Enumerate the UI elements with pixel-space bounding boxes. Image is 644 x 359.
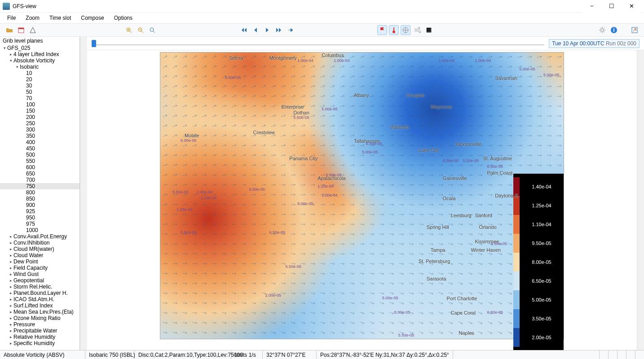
tree-item[interactable]: Mean Sea Lev.Pres.(Eta) [0,309,79,315]
tree-item[interactable]: 20 [0,76,79,83]
first-icon[interactable] [239,25,249,35]
wind-icon[interactable] [412,25,422,35]
minimize-button[interactable]: − [582,0,602,13]
tree-item[interactable]: Absolute Vorticity [0,57,79,64]
tree-item[interactable]: 400 [0,139,79,145]
maximize-button[interactable]: ☐ [602,0,622,13]
calendar-icon[interactable] [16,25,26,35]
sidebar-scrollbar[interactable] [80,37,87,350]
tree-item-label: 700 [26,177,35,183]
forward-icon[interactable] [286,25,296,35]
tree-item[interactable]: Isobaric [0,64,79,70]
pick-icon[interactable] [28,25,38,35]
tree-item[interactable]: Relative Humidity [0,334,79,340]
tree[interactable]: GFS_0254 layer Lifted IndexAbsolute Vort… [0,45,79,350]
settings-icon[interactable] [597,25,607,35]
tree-item[interactable]: 70 [0,95,79,101]
time-slider[interactable] [92,43,544,47]
tree-item[interactable]: Geopotential [0,277,79,284]
info-icon[interactable]: i [609,25,619,35]
tree-item[interactable]: 10 [0,70,79,76]
tree-item[interactable]: Field Capacity [0,265,79,271]
tree-item-label: 900 [26,202,35,208]
open-file-icon[interactable] [4,25,14,35]
tree-item[interactable]: 550 [0,158,79,164]
zoom-fit-icon[interactable] [147,25,157,35]
chevron-right-icon [8,309,13,315]
status-btn-3[interactable] [617,350,626,359]
tree-item[interactable]: Pressure [0,321,79,328]
tree-item[interactable]: Cloud Water [0,252,79,258]
map-scrollbar[interactable] [637,50,644,350]
tree-item[interactable]: Ozone Mixing Ratio [0,315,79,321]
tree-item[interactable]: 750 [0,183,79,189]
tree-item[interactable]: 700 [0,177,79,183]
zoom-in-icon[interactable] [124,25,134,35]
tree-item[interactable]: 975 [0,221,79,227]
svg-point-8 [601,29,604,31]
tree-item[interactable]: 4 layer Lifted Index [0,51,79,57]
menu-file[interactable]: File [3,13,20,22]
time-slider-handle[interactable] [92,40,96,47]
tree-item[interactable]: GFS_025 [0,45,79,51]
tree-item[interactable]: 150 [0,108,79,114]
tree-item[interactable]: 1000 [0,227,79,233]
chevron-right-icon [8,246,13,252]
tree-item[interactable]: 350 [0,133,79,139]
menu-zoom[interactable]: Zoom [21,13,44,22]
tree-item[interactable]: Cloud MR(water) [0,246,79,252]
last-icon[interactable] [274,25,284,35]
zoom-out-icon[interactable] [136,25,146,35]
tree-item[interactable]: 925 [0,208,79,215]
menu-options[interactable]: Options [110,13,137,22]
tree-item[interactable]: 850 [0,196,79,202]
thermometer-icon[interactable] [389,25,399,35]
tree-item[interactable]: 200 [0,114,79,120]
status-btn-2[interactable] [608,350,617,359]
tree-item[interactable]: Surf.Lifted Index [0,302,79,309]
menu-timeslot[interactable]: Time slot [45,13,75,22]
tree-item[interactable]: Dew Point [0,258,79,265]
tree-item[interactable]: 30 [0,83,79,89]
tree-item-label: 550 [26,158,35,164]
next-icon[interactable] [262,25,272,35]
tree-item[interactable]: Wind Gust [0,271,79,277]
tree-item-label: 250 [26,120,35,127]
tree-item[interactable]: 950 [0,215,79,221]
tree-item[interactable]: 650 [0,171,79,177]
status-btn-4[interactable] [626,350,635,359]
tree-item[interactable]: 800 [0,189,79,196]
tree-item[interactable]: Conv.INhibition [0,240,79,246]
tree-item[interactable]: 500 [0,152,79,158]
map-canvas[interactable]: 1.40e-041.25e-041.10e-049.50e-058.00e-05… [160,52,564,339]
status-grib: Disc:0,Cat:2,Param:10,Type:100,Lev:75000 [135,350,231,359]
tree-item[interactable]: 600 [0,164,79,171]
globe-icon[interactable] [401,25,410,35]
contour-label: 1.00e-04 [334,58,350,63]
tree-item[interactable]: 900 [0,202,79,208]
legend-value: 9.50e-05 [520,241,564,246]
tree-item[interactable]: 450 [0,145,79,152]
city-label: Valdosta [390,124,409,130]
grid-icon[interactable] [424,25,434,35]
status-btn-5[interactable] [635,350,644,359]
tree-item[interactable]: 250 [0,120,79,127]
chevron-right-icon [8,265,13,271]
tree-item[interactable]: 100 [0,101,79,108]
menu-compose[interactable]: Compose [76,13,108,22]
status-btn-1[interactable] [599,350,608,359]
export-icon[interactable] [630,25,640,35]
chevron-right-icon [8,258,13,265]
prev-icon[interactable] [251,25,260,35]
tree-item[interactable]: 300 [0,127,79,133]
tree-item[interactable]: Specific Humidity [0,340,79,346]
tree-item-label: 4 layer Lifted Index [13,51,59,57]
tree-item[interactable]: Storm Rel.Helic. [0,284,79,290]
tree-item[interactable]: Planet.Bound.Layer H. [0,290,79,296]
flag-icon[interactable] [377,25,387,35]
tree-item[interactable]: 50 [0,89,79,95]
tree-item[interactable]: ICAO Std.Atm.H. [0,296,79,302]
tree-item[interactable]: Precipitable Water [0,328,79,334]
close-button[interactable]: ✕ [622,0,641,13]
tree-item[interactable]: Conv.Avail.Pot.Energy [0,233,79,240]
